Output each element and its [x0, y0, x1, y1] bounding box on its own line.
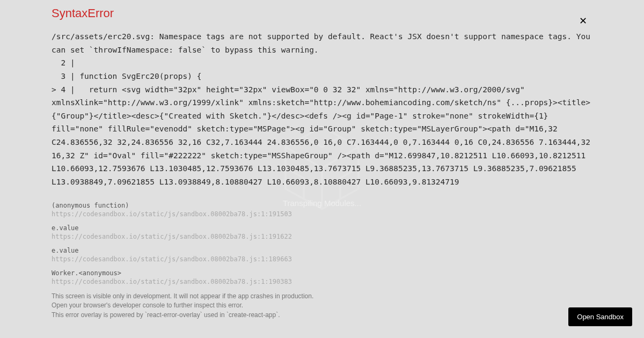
frame-location: https://codesandbox.io/static/js/sandbox…: [52, 255, 592, 263]
footer-line: Open your browser's developer console to…: [52, 301, 592, 310]
stack-frame: e.value https://codesandbox.io/static/js…: [52, 224, 592, 240]
close-icon[interactable]: ✕: [579, 15, 587, 27]
frame-name: e.value: [52, 247, 592, 254]
frame-location: https://codesandbox.io/static/js/sandbox…: [52, 233, 592, 240]
frame-location: https://codesandbox.io/static/js/sandbox…: [52, 278, 592, 285]
error-title: SyntaxError: [52, 6, 592, 20]
stack-trace: (anonymous function) https://codesandbox…: [52, 202, 592, 285]
frame-name: (anonymous function): [52, 202, 592, 209]
error-message: /src/assets/erc20.svg: Namespace tags ar…: [52, 30, 592, 189]
open-sandbox-button[interactable]: Open Sandbox: [568, 307, 632, 326]
error-overlay: ✕ SyntaxError /src/assets/erc20.svg: Nam…: [52, 6, 592, 338]
stack-frame: (anonymous function) https://codesandbox…: [52, 202, 592, 218]
footer-notes: This screen is visible only in developme…: [52, 292, 592, 320]
footer-line: This screen is visible only in developme…: [52, 292, 592, 301]
frame-name: Worker.<anonymous>: [52, 269, 592, 277]
stack-frame: Worker.<anonymous> https://codesandbox.i…: [52, 269, 592, 285]
frame-location: https://codesandbox.io/static/js/sandbox…: [52, 210, 592, 218]
frame-name: e.value: [52, 224, 592, 232]
stack-frame: e.value https://codesandbox.io/static/js…: [52, 247, 592, 263]
footer-line: This error overlay is powered by `react-…: [52, 311, 592, 320]
